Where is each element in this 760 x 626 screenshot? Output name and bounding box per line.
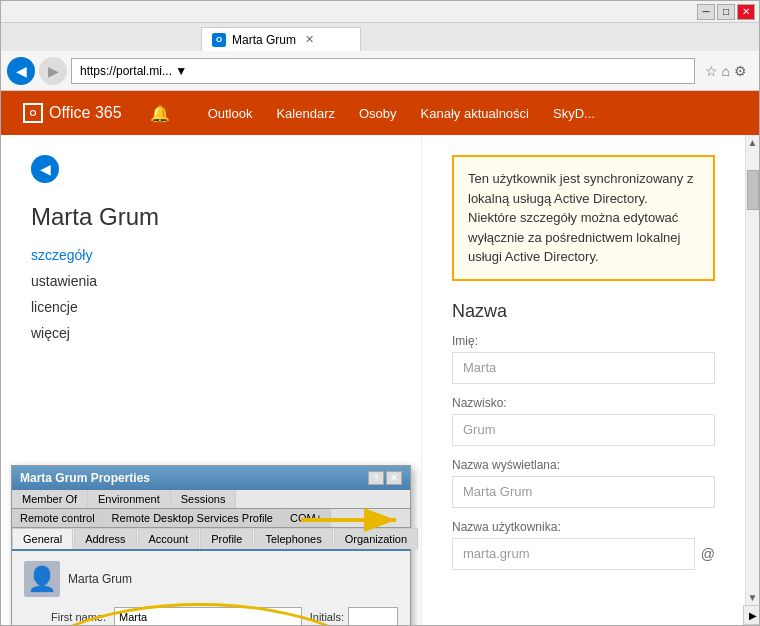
tab-close-button[interactable]: ✕ — [302, 33, 316, 47]
right-panel: Ten użytkownik jest synchronizowany z lo… — [421, 135, 745, 625]
o365-nav: Outlook Kalendarz Osoby Kanały aktualnoś… — [196, 91, 607, 135]
at-symbol: @ — [701, 546, 715, 562]
section-nazwa: Nazwa — [452, 301, 715, 322]
back-nav-button[interactable]: ◀ — [31, 155, 59, 183]
star-icon[interactable]: ☆ — [705, 63, 718, 79]
dialog-field-initials-input[interactable] — [348, 607, 398, 625]
close-button[interactable]: ✕ — [737, 4, 755, 20]
back-button[interactable]: ◀ — [7, 57, 35, 85]
user-avatar-icon: 👤 — [27, 565, 57, 593]
field-imie[interactable]: Marta — [452, 352, 715, 384]
nav-outlook[interactable]: Outlook — [196, 91, 265, 135]
field-uzytkownika-row: marta.grum @ — [452, 538, 715, 570]
dialog-tab-remote-control[interactable]: Remote control — [12, 509, 104, 527]
o365-logo-text: Office 365 — [49, 104, 122, 122]
nav-kalendarz[interactable]: Kalendarz — [264, 91, 347, 135]
dialog-tab-general[interactable]: General — [12, 528, 73, 549]
dialog-question-button[interactable]: ? — [368, 471, 384, 485]
browser-window: ─ □ ✕ O Marta Grum ✕ ◀ ▶ ☆ ⌂ ⚙ O Office … — [0, 0, 760, 626]
field-nazwisko[interactable]: Grum — [452, 414, 715, 446]
address-bar[interactable] — [71, 58, 695, 84]
user-name-heading: Marta Grum — [31, 203, 391, 231]
browser-tab[interactable]: O Marta Grum ✕ — [201, 27, 361, 51]
nav-osoby[interactable]: Osoby — [347, 91, 409, 135]
minimize-button[interactable]: ─ — [697, 4, 715, 20]
o365-logo: O Office 365 — [11, 103, 134, 123]
dialog-field-firstname-row: First name: Initials: — [24, 607, 398, 625]
scrollbar-thumb[interactable] — [747, 170, 759, 210]
home-icon[interactable]: ⌂ — [722, 63, 730, 79]
nav-skydrive[interactable]: SkyD... — [541, 91, 607, 135]
tab-label: Marta Grum — [232, 33, 296, 47]
nav-szczegoly[interactable]: szczegóły — [31, 247, 391, 263]
scrollbar[interactable]: ▲ ▼ ▶ — [745, 135, 759, 625]
dialog-user-row: 👤 Marta Grum — [24, 561, 398, 597]
dialog-title: Marta Grum Properties — [20, 471, 150, 485]
dialog-title-buttons: ? ✕ — [368, 471, 402, 485]
maximize-button[interactable]: □ — [717, 4, 735, 20]
dialog-field-firstname-label: First name: — [24, 611, 114, 623]
dialog-field-initials: Initials: — [310, 607, 398, 625]
dialog-tab-rdp[interactable]: Remote Desktop Services Profile — [104, 509, 282, 527]
dialog-tab-environment[interactable]: Environment — [88, 490, 171, 508]
field-label-imie: Imię: — [452, 334, 715, 348]
dialog-tab-address[interactable]: Address — [74, 528, 136, 549]
forward-button[interactable]: ▶ — [39, 57, 67, 85]
dialog-title-bar: Marta Grum Properties ? ✕ — [12, 466, 410, 490]
initials-label: Initials: — [310, 611, 344, 623]
scroll-up-button[interactable]: ▲ — [746, 135, 759, 150]
tab-bar: O Marta Grum ✕ — [1, 23, 759, 51]
dialog-tab-profile[interactable]: Profile — [200, 528, 253, 549]
dialog-tab-account[interactable]: Account — [138, 528, 200, 549]
scroll-down-button[interactable]: ▼ — [746, 590, 759, 605]
o365-navbar: O Office 365 🔔 Outlook Kalendarz Osoby K… — [1, 91, 759, 135]
nav-kanaly[interactable]: Kanały aktualności — [409, 91, 541, 135]
browser-toolbar: ◀ ▶ ☆ ⌂ ⚙ — [1, 51, 759, 91]
nav-wiecej[interactable]: więcej — [31, 325, 391, 341]
main-content: ◀ Marta Grum szczegóły ustawienia licenc… — [1, 135, 759, 625]
arrow-icon — [291, 490, 411, 550]
field-label-nazwisko: Nazwisko: — [452, 396, 715, 410]
field-uzytkownika[interactable]: marta.grum — [452, 538, 695, 570]
field-wyswietlana[interactable]: Marta Grum — [452, 476, 715, 508]
o365-logo-icon: O — [23, 103, 43, 123]
nav-ustawienia[interactable]: ustawienia — [31, 273, 391, 289]
nav-licencje[interactable]: licencje — [31, 299, 391, 315]
arrow-annotation — [291, 490, 411, 553]
dialog-user-name: Marta Grum — [68, 572, 132, 586]
dialog-field-firstname-input[interactable] — [114, 607, 302, 625]
o365-logo-inner: O — [25, 105, 41, 121]
dialog-tab-sessions[interactable]: Sessions — [171, 490, 237, 508]
field-label-wyswietlana: Nazwa wyświetlana: — [452, 458, 715, 472]
tab-favicon-icon: O — [212, 33, 226, 47]
info-box: Ten użytkownik jest synchronizowany z lo… — [452, 155, 715, 281]
notification-bell-icon[interactable]: 🔔 — [134, 104, 186, 123]
user-avatar: 👤 — [24, 561, 60, 597]
back-arrow-icon: ◀ — [40, 161, 51, 177]
dialog-tab-member-of[interactable]: Member Of — [12, 490, 88, 508]
dialog-body: 👤 Marta Grum First name: Initials: Last … — [12, 551, 410, 625]
expand-button[interactable]: ▶ — [743, 605, 760, 625]
address-input[interactable] — [80, 64, 686, 78]
dialog-close-button[interactable]: ✕ — [386, 471, 402, 485]
title-bar: ─ □ ✕ — [1, 1, 759, 23]
settings-icon[interactable]: ⚙ — [734, 63, 747, 79]
field-label-uzytkownika: Nazwa użytkownika: — [452, 520, 715, 534]
